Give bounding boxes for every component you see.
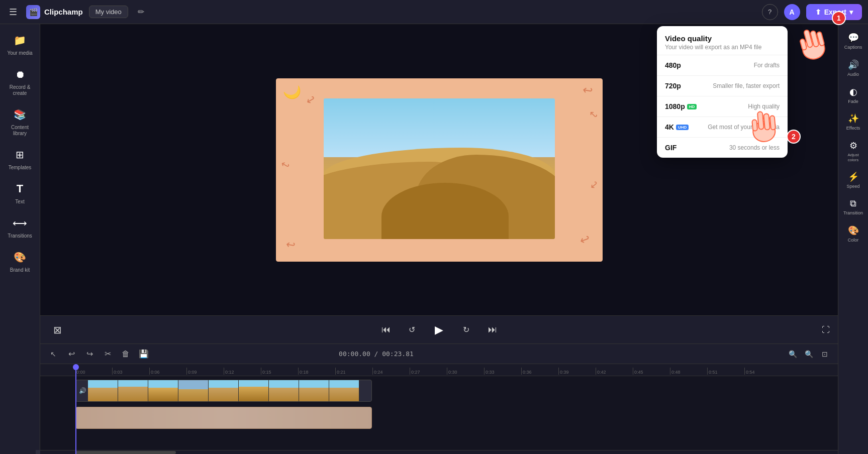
sidebar-label-content: Contentlibrary (11, 125, 29, 137)
ruler-mark-1: 0:03 (112, 368, 149, 375)
rewind-button[interactable]: ↺ (403, 321, 421, 339)
sidebar-right-transition[interactable]: ⧉ Transition (840, 194, 867, 220)
playhead (75, 364, 76, 454)
zoom-in-button[interactable]: 🔍 (802, 347, 816, 361)
sidebar-right-audio[interactable]: 🔊 Audio (840, 55, 867, 81)
timeline-tracks: 🔊 (40, 376, 838, 450)
sidebar-item-transitions[interactable]: ⟷ Transitions (3, 211, 38, 243)
export-button[interactable]: ⬆ Export ▾ (806, 4, 862, 20)
quality-label-1080p: 1080p HD (665, 102, 697, 110)
ruler-mark-12: 0:36 (521, 368, 558, 375)
ruler-ticks: 0:030:060:090:120:150:180:210:240:270:30… (112, 368, 782, 375)
ruler-mark-7: 0:21 (335, 368, 372, 375)
decor-curly-2: ↩ (303, 92, 318, 108)
inner-video (324, 98, 555, 239)
hamburger-button[interactable]: ☰ (6, 5, 20, 19)
timeline-scrollbar (40, 450, 838, 454)
sidebar-label-templates: Templates (9, 165, 32, 171)
captions-icon: 💬 (848, 32, 859, 43)
help-button[interactable]: ? (762, 4, 778, 20)
video-canvas: 🌙 ↩ ↩ ↩ ↩ ↩ ↩ ↩ (276, 78, 603, 262)
decor-curly-1: 🌙 (281, 81, 303, 102)
cut-button[interactable]: ✂ (101, 347, 115, 361)
sidebar-item-brand[interactable]: 🎨 Brand kit (3, 245, 38, 277)
quality-option-720p[interactable]: 720p Smaller file, faster export (657, 76, 788, 96)
playhead-handle[interactable] (73, 364, 79, 370)
quality-label-720p: 720p (665, 82, 681, 90)
timeline-ruler: 0:00 0:030:060:090:120:150:180:210:240:2… (40, 364, 838, 376)
thumb-8 (299, 380, 329, 401)
ruler-mark-15: 0:45 (633, 368, 670, 375)
ruler-mark-8: 0:24 (372, 368, 410, 375)
scrollbar-thumb[interactable] (75, 451, 176, 454)
app-name: Clipchamp (44, 8, 83, 16)
sidebar-item-media[interactable]: 📁 Your media (3, 28, 38, 60)
sidebar-right-color[interactable]: 🎨 Color (840, 221, 867, 247)
overlay-track (75, 405, 838, 430)
save-button[interactable]: 💾 (137, 347, 151, 361)
redo-button[interactable]: ↪ (82, 347, 97, 361)
topbar: ☰ 🎬 Clipchamp My video ✏ ? A ⬆ Export ▾ (0, 0, 868, 24)
select-tool-button[interactable]: ↖ (46, 347, 60, 361)
color-icon: 🎨 (848, 225, 859, 236)
decor-curly-4: ↩ (586, 107, 601, 122)
playback-controls: ⊠ ⏮ ↺ ▶ ↻ ⏭ ⛶ (40, 315, 838, 344)
thumb-6 (239, 380, 269, 401)
timeline: ↖ ↩ ↪ ✂ 🗑 💾 00:00.00 / 00:23.81 🔍 🔍 ⊡ (40, 344, 838, 454)
avatar[interactable]: A (784, 4, 800, 20)
export-label: Export (824, 8, 846, 16)
quality-desc-1080p: High quality (748, 103, 780, 110)
quality-option-1080p[interactable]: 1080p HD High quality (657, 96, 788, 117)
fit-button[interactable]: ⊡ (818, 347, 832, 361)
sidebar-item-templates[interactable]: ⊞ Templates (3, 143, 38, 175)
effects-icon: ✨ (848, 113, 859, 124)
decor-curly-3: ↩ (581, 82, 594, 98)
fade-icon: ◐ (849, 86, 857, 97)
delete-button[interactable]: 🗑 (119, 347, 133, 361)
timeline-toolbar: ↖ ↩ ↪ ✂ 🗑 💾 00:00.00 / 00:23.81 🔍 🔍 ⊡ (40, 344, 838, 364)
overlay-clip[interactable] (75, 407, 372, 429)
zoom-out-button[interactable]: 🔍 (786, 347, 800, 361)
forward-button[interactable]: ↻ (457, 321, 475, 339)
decor-curly-6: ↩ (577, 231, 592, 248)
quality-option-gif[interactable]: GIF 30 seconds or less (657, 138, 788, 158)
sidebar-item-content[interactable]: 📚 Contentlibrary (3, 102, 38, 141)
quality-option-4k[interactable]: 4K UHD Get most of your 4K media (657, 117, 788, 138)
quality-label-gif: GIF (665, 144, 677, 152)
text-icon: T (12, 181, 28, 197)
play-button[interactable]: ▶ (429, 320, 449, 340)
rename-button[interactable]: ✏ (134, 5, 148, 19)
fullscreen-button[interactable]: ⛶ (822, 325, 830, 334)
sidebar-right-fade[interactable]: ◐ Fade (840, 82, 867, 108)
ruler-mark-2: 0:06 (149, 368, 186, 375)
quality-label-4k: 4K UHD (665, 123, 689, 131)
decor-curly-5: ↩ (284, 238, 296, 252)
ruler-mark-4: 0:12 (224, 368, 261, 375)
dropdown-header: Video quality Your video will export as … (657, 26, 788, 55)
quality-option-480p[interactable]: 480p For drafts (657, 55, 788, 76)
sidebar-label-text: Text (15, 199, 24, 205)
audio-on-icon: 🔊 (79, 387, 86, 394)
logo-icon: 🎬 (26, 5, 40, 19)
sidebar-right-captions[interactable]: 💬 Captions (840, 28, 867, 54)
skip-back-button[interactable]: ⏮ (377, 321, 395, 339)
sidebar-right-adjust[interactable]: ⚙ Adjustcolors (840, 136, 867, 166)
thumb-1 (88, 380, 118, 401)
ruler-mark-14: 0:42 (596, 368, 633, 375)
undo-button[interactable]: ↩ (64, 347, 78, 361)
speed-icon: ⚡ (848, 171, 859, 182)
sidebar-right-speed[interactable]: ⚡ Speed (840, 167, 867, 193)
sidebar-item-text[interactable]: T Text (3, 177, 38, 209)
transitions-icon: ⟷ (12, 215, 28, 231)
track-thumbnails (88, 380, 371, 401)
video-title[interactable]: My video (89, 6, 128, 18)
ruler-marks-container: 0:00 0:030:060:090:120:150:180:210:240:2… (75, 368, 782, 375)
brand-icon: 🎨 (12, 249, 28, 265)
video-clip[interactable]: 🔊 (75, 380, 372, 402)
ruler-mark-10: 0:30 (447, 368, 484, 375)
skip-forward-button[interactable]: ⏭ (484, 321, 502, 339)
crop-button[interactable]: ⊠ (48, 321, 66, 339)
sidebar-item-record[interactable]: ⏺ Record &create (3, 62, 38, 100)
sidebar-right-effects[interactable]: ✨ Effects (840, 109, 867, 135)
media-icon: 📁 (12, 32, 28, 48)
